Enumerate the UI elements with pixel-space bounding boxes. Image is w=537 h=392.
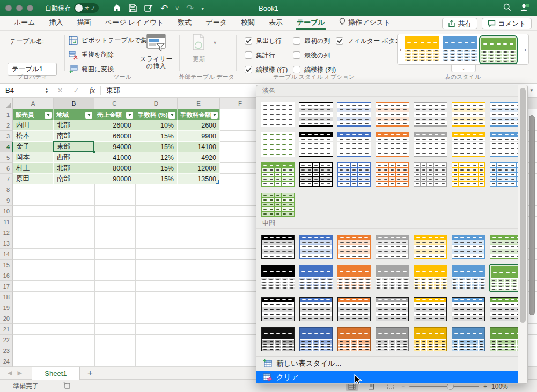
tab-table-active[interactable]: テーブル (297, 16, 325, 30)
checked-checkbox-icon[interactable] (245, 66, 252, 73)
table-style-swatch[interactable] (299, 327, 333, 351)
table-style-swatch[interactable] (490, 297, 518, 321)
row-header-12[interactable]: 12 (0, 227, 13, 238)
table-header-cell[interactable]: 手数料 (%) (135, 109, 178, 120)
insert-function-icon[interactable]: fx (84, 86, 100, 95)
table-cell[interactable]: 2600 (178, 120, 220, 131)
formula-value[interactable]: 東部 (106, 86, 120, 95)
table-style-swatch[interactable] (261, 132, 295, 157)
unchecked-checkbox-icon[interactable] (245, 51, 252, 59)
column-header-D[interactable]: D (135, 98, 178, 109)
tab-1[interactable]: 挿入 (49, 16, 63, 30)
option-checkbox-6[interactable]: フィルター ボタン (336, 36, 401, 46)
option-checkbox-3[interactable]: 最初の列 (293, 36, 330, 46)
tab-6[interactable]: 校閲 (241, 16, 255, 30)
unchecked-checkbox-icon[interactable] (293, 51, 300, 59)
row-header-15[interactable]: 15 (0, 260, 13, 270)
column-header-A[interactable]: A (13, 98, 54, 109)
comments-button[interactable]: コメント (482, 18, 532, 29)
checked-checkbox-icon[interactable] (245, 37, 252, 45)
undo-icon[interactable]: ↶ (160, 3, 168, 14)
table-cell[interactable]: 26000 (94, 120, 135, 131)
column-header-C[interactable]: C (94, 98, 135, 109)
edit-icon[interactable] (144, 4, 153, 12)
table-cell[interactable]: 金子 (13, 142, 54, 152)
sheet-tab-sheet1[interactable]: Sheet1 (32, 367, 80, 380)
filter-button-icon[interactable] (211, 112, 218, 119)
checked-checkbox-icon[interactable] (336, 37, 343, 45)
tab-2[interactable]: 描画 (77, 16, 91, 30)
selected-cell-B4[interactable] (53, 141, 94, 152)
table-cell[interactable]: 15% (135, 131, 178, 142)
table-cell[interactable]: 10% (135, 120, 178, 131)
row-header-7[interactable]: 7 (0, 174, 13, 184)
table-style-swatch[interactable] (490, 327, 518, 351)
table-style-swatch[interactable] (376, 235, 409, 259)
row-header-24[interactable]: 24 (0, 356, 13, 367)
row-header-23[interactable]: 23 (0, 345, 13, 356)
undo-dropdown-icon[interactable]: ˅ (175, 5, 179, 11)
tab-3[interactable]: ページ レイアウト (105, 16, 164, 30)
select-all-corner[interactable] (0, 98, 13, 109)
tab-5[interactable]: データ (205, 16, 227, 30)
table-style-swatch[interactable] (337, 235, 371, 259)
name-box[interactable]: B4 (0, 84, 42, 97)
table-style-swatch[interactable] (452, 102, 485, 127)
row-header-11[interactable]: 11 (0, 217, 13, 227)
sheet-nav-left-icon[interactable]: ◀ (8, 369, 12, 376)
autosave-switch[interactable]: オフ (74, 3, 99, 13)
filter-button-icon[interactable] (126, 112, 133, 119)
filter-button-icon[interactable] (168, 112, 175, 119)
table-cell[interactable]: 15% (135, 163, 178, 174)
search-icon[interactable] (503, 3, 511, 13)
table-cell[interactable]: 内田 (13, 120, 54, 131)
table-cell[interactable]: 66000 (94, 131, 135, 142)
fill-handle[interactable] (93, 151, 95, 153)
home-icon[interactable] (113, 4, 121, 12)
row-header-3[interactable]: 3 (0, 131, 13, 142)
vertical-scrollbar[interactable] (529, 115, 535, 315)
gallery-prev-icon[interactable]: ‹ (400, 46, 402, 54)
table-style-swatch[interactable] (490, 235, 518, 259)
table-style-swatch[interactable] (337, 265, 371, 291)
table-header-cell[interactable]: 売上金額 (94, 109, 135, 120)
table-header-cell[interactable]: 販売員 (13, 109, 54, 120)
table-style-swatch[interactable] (452, 297, 485, 321)
new-table-style-menu-item[interactable]: 新しい表スタイル... (256, 357, 518, 371)
table-style-swatch[interactable] (299, 102, 333, 127)
table-style-swatch[interactable] (376, 297, 409, 321)
panel-scrollbar-thumb[interactable] (520, 88, 526, 323)
table-cell[interactable]: 14100 (178, 142, 220, 152)
row-header-20[interactable]: 20 (0, 313, 13, 324)
table-style-swatch[interactable] (452, 327, 485, 351)
table-cell[interactable]: 12% (135, 152, 178, 163)
table-cell[interactable]: 80000 (94, 163, 135, 174)
row-header-10[interactable]: 10 (0, 206, 13, 217)
gallery-next-icon[interactable]: › (524, 46, 526, 54)
table-style-swatch[interactable] (299, 265, 333, 291)
row-header-14[interactable]: 14 (0, 249, 13, 260)
row-header-5[interactable]: 5 (0, 152, 13, 163)
table-style-swatch[interactable] (261, 102, 295, 127)
table-cell[interactable]: 15% (135, 142, 178, 152)
table-style-swatch[interactable] (376, 327, 409, 351)
macro-record-icon[interactable] (63, 382, 71, 391)
toolbar-options-icon[interactable]: ▾ (201, 5, 204, 11)
table-style-swatch[interactable] (261, 327, 295, 351)
unchecked-checkbox-icon[interactable] (293, 37, 300, 45)
table-cell[interactable]: 90000 (94, 174, 135, 184)
table-style-swatch[interactable] (376, 102, 409, 127)
table-style-swatch[interactable] (299, 235, 333, 259)
table-style-swatch[interactable] (261, 265, 295, 291)
table-cell[interactable]: 13500 (178, 174, 220, 184)
option-checkbox-1[interactable]: 集計行 (245, 50, 275, 60)
unchecked-checkbox-icon[interactable] (293, 66, 300, 73)
table-cell[interactable]: 北部 (54, 120, 94, 131)
table-style-swatch[interactable] (452, 235, 485, 259)
clear-style-menu-item[interactable]: クリア (256, 371, 518, 383)
table-style-swatch[interactable] (414, 102, 447, 127)
row-header-8[interactable]: 8 (0, 184, 13, 195)
table-style-swatch[interactable] (261, 162, 295, 187)
table-cell[interactable]: 12000 (178, 163, 220, 174)
table-style-swatch[interactable] (414, 265, 447, 291)
